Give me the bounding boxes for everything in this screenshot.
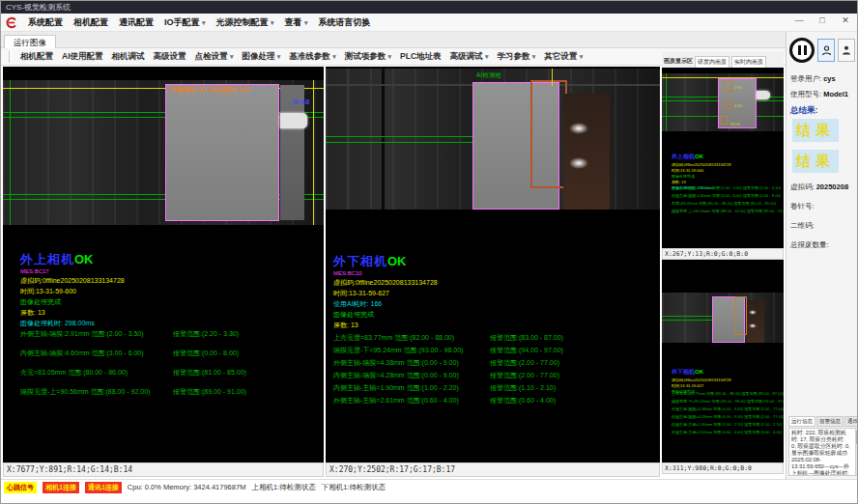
- tool-plc-address-table[interactable]: PLC地址表: [400, 51, 442, 63]
- feature-annotation: 83.05: [730, 122, 740, 126]
- log-output[interactable]: 耗时: 222, 瑕疵检测耗时: 17, 瑕疵分类耗时: 0, 瑕疵提取分区耗时…: [788, 428, 856, 476]
- measure-row: 隔膜宽度-下=95.24mm 范围:(93.00 - 98.00)报警范围:(9…: [333, 346, 463, 355]
- thumb-image-upper: 2.91 4.60 83.05: [662, 73, 784, 131]
- mes-label: MES:BC17: [20, 268, 125, 275]
- time-line: 时间:13-31-59-600: [20, 286, 125, 296]
- fixture-region: [747, 300, 764, 343]
- structure-line: [382, 69, 385, 210]
- r-value-label: R:48: [293, 98, 309, 106]
- tool-baseline-params[interactable]: 基准线参数 ▾: [289, 51, 335, 63]
- close-button[interactable]: ✕: [840, 15, 851, 25]
- camera-image-lower: AI检测框: [326, 69, 660, 210]
- menu-io-config[interactable]: IO手配置 ▾: [164, 16, 206, 29]
- frames-line: 屏数: 13: [20, 307, 125, 318]
- thumb-view-upper: 2.91 4.60 83.05 外上相机OK 虚拟码:0ffline202502…: [662, 68, 784, 260]
- feature-annotation: 4.60: [734, 103, 742, 108]
- menu-comm-config[interactable]: 通讯配置: [119, 16, 154, 29]
- user-login-button[interactable]: [817, 39, 835, 62]
- tool-test-params[interactable]: 测试项参数 ▾: [345, 51, 391, 63]
- pause-button[interactable]: [789, 38, 815, 63]
- thumb-overlay-lower: 外下相机OK 虚拟码:0ffline20250208133134728 时间:1…: [672, 360, 731, 395]
- menu-view[interactable]: 查看 ▾: [285, 16, 308, 29]
- mes-label: MES:BC10: [333, 270, 438, 277]
- measure-row: 上壳宽度=83.77mm 范围:(82.00 - 88.00)报警范围:(83.…: [333, 333, 454, 343]
- tool-image-processing[interactable]: 图像处理 ▾: [242, 51, 280, 63]
- done-line: 图像处理完成: [20, 296, 125, 307]
- reflection-glint: [569, 123, 588, 134]
- user-icon: [820, 43, 833, 58]
- camera-view-upper: 纠偏阈值:93, 动态阈值:100 R:48 外上相机OK MES:BC17 虚…: [3, 67, 324, 477]
- minimize-button[interactable]: —: [793, 15, 805, 25]
- control-buttons: [789, 38, 858, 63]
- tool-learning-params[interactable]: 学习参数 ▾: [497, 51, 535, 63]
- camera-name-label: 外上相机: [20, 252, 74, 266]
- measure-row: 外侧主轴-隔膜:2.91mm 范围:(2.00 - 3.50) 报警范围:(2.…: [672, 185, 781, 190]
- pixel-coords-thumb-upper: X:267;Y:13;R:0;G:0;B:0: [662, 248, 784, 260]
- edge-line: [313, 80, 314, 225]
- menu-bar: 系统配置 相机配置 通讯配置 IO手配置 ▾ 光源控制配置 ▾ 查看 ▾ 系统语…: [1, 14, 858, 32]
- camera-canvas-upper[interactable]: 纠偏阈值:93, 动态阈值:100 R:48 外上相机OK MES:BC17 虚…: [3, 67, 324, 462]
- frames-line: 屏数: 13: [333, 320, 438, 330]
- virtual-code-field: 虚拟码: 20250208: [790, 182, 848, 192]
- cell-tab: [757, 91, 770, 99]
- result-box-upper: 结果: [792, 119, 839, 142]
- result-box-lower: 结果: [792, 150, 839, 173]
- battery-cell-region: [165, 84, 279, 221]
- virtual-code-value: 20250208: [816, 182, 848, 191]
- camera-image-upper: 纠偏阈值:93, 动态阈值:100 R:48: [3, 80, 324, 225]
- tool-other-settings[interactable]: 其它设置 ▾: [544, 51, 583, 63]
- log-tab-comm[interactable]: 通讯信息: [844, 416, 858, 427]
- reflection-glint: [749, 310, 757, 315]
- log-tab-alarm[interactable]: 报警信息: [816, 416, 844, 427]
- time-line: 时间:13-31-59-627: [333, 288, 438, 298]
- thumb-tab-live[interactable]: 实时内画质: [731, 56, 766, 68]
- tool-advanced-debug[interactable]: 高级调试 ▾: [450, 51, 489, 63]
- upper-camera-status: 上相机1:待检测状态: [251, 483, 315, 492]
- thumb-view-lower: 外下相机OK 虚拟码:0ffline20250208133134728 时间:1…: [662, 260, 784, 474]
- measure-row: 外侧主轴-隔膜=4.38mm 范围:(0.00 - 9.00) 报警范围:(2.…: [672, 406, 784, 411]
- maximize-button[interactable]: □: [816, 15, 828, 25]
- menu-language-switch[interactable]: 系统语言切换: [319, 16, 371, 29]
- thumb-image-lower: [662, 293, 784, 343]
- model-field: 使用型号: Model1: [790, 90, 848, 99]
- measure-row: 内侧主轴-主轴=1.90mm 范围:(1.00 - 2.20) 报警范围:(1.…: [672, 422, 782, 427]
- feature-box: [724, 81, 732, 92]
- measure-row: 内侧主轴-隔膜=4.28mm 范围:(0.00 - 9.00) 报警范围:(2.…: [672, 414, 784, 419]
- app-logo-icon: [5, 16, 17, 29]
- ai-box-label: AI检测框: [476, 71, 501, 80]
- toolbar-grip: [9, 51, 12, 63]
- heartbeat-badge: 心跳信号: [4, 482, 37, 493]
- feature-box: [724, 100, 732, 109]
- measure-row: 外侧主轴-主轴=2.61mm 范围:(0.60 - 4.00) 报警范围:(0.…: [672, 430, 782, 434]
- barcode-line: 虚拟码:0ffline20250208133134728: [333, 277, 438, 288]
- ai-detect-box: [530, 80, 567, 188]
- log-tab-run[interactable]: 运行信息: [788, 416, 815, 427]
- tool-camera-debug[interactable]: 相机调试: [112, 51, 145, 63]
- tool-ai-usage-config[interactable]: AI使用配置: [62, 51, 103, 63]
- thumb-canvas-lower[interactable]: 外下相机OK 虚拟码:0ffline20250208133134728 时间:1…: [662, 260, 784, 462]
- tool-spot-check[interactable]: 点检设置 ▾: [195, 51, 234, 63]
- pixel-coords-thumb-lower: X:311;Y:980;R:0;G:0;B:0: [662, 462, 784, 474]
- app-window: CYS-视觉检测系统 — □ ✕ 系统配置 相机配置 通讯配置 IO手配置 ▾ …: [0, 0, 858, 504]
- feature-box: [720, 116, 729, 125]
- thumb-canvas-upper[interactable]: 2.91 4.60 83.05 外上相机OK 虚拟码:0ffline202502…: [662, 68, 784, 248]
- menu-system-config[interactable]: 系统配置: [28, 16, 63, 29]
- camera-canvas-lower[interactable]: AI检测框 外下相机OK MES:BC10 虚拟码:0ffline2025020…: [326, 67, 660, 462]
- comm-link-badge: 通讯1连接: [85, 482, 122, 493]
- menu-light-config[interactable]: 光源控制配置 ▾: [216, 16, 274, 29]
- window-controls: — □ ✕: [793, 15, 851, 25]
- elapsed-line: 图像处理耗时: 298.00ms: [20, 318, 125, 328]
- thumb-tab-dev[interactable]: 研发内画质: [695, 56, 729, 68]
- measure-row: 壳宽=83.05mm 范围:(80.00 - 86.00) 报警范围:(81.0…: [672, 201, 776, 206]
- tool-advanced-settings[interactable]: 高级设置: [154, 51, 186, 63]
- ai-detect-box: [735, 296, 747, 335]
- title-bar: CYS-视觉检测系统: [1, 1, 858, 14]
- menu-camera-config[interactable]: 相机配置: [73, 16, 108, 29]
- guide-line: [10, 80, 11, 225]
- model-value: Model1: [823, 90, 848, 98]
- user-filled-icon: [841, 43, 852, 57]
- login-user-value: cys: [823, 74, 836, 83]
- operator-button[interactable]: [838, 39, 855, 62]
- barcode-line: 虚拟码:0ffline20250208133134728: [20, 275, 125, 286]
- tool-camera-config[interactable]: 相机配置: [20, 51, 53, 63]
